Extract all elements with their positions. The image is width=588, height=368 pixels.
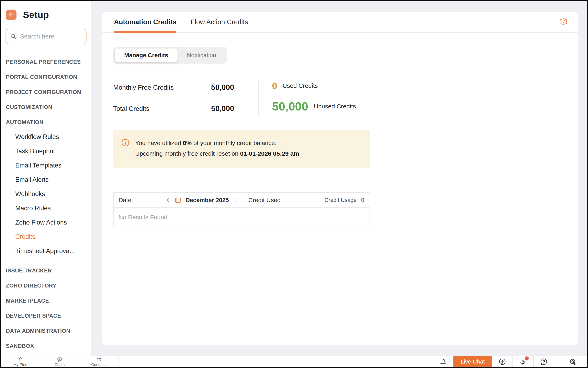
- banner-line-2: Upcoming monthly free credit reset on 01…: [135, 148, 299, 159]
- sidebar-section-automation[interactable]: AUTOMATION: [1, 115, 91, 130]
- sidebar-section-customization[interactable]: CUSTOMIZATION: [1, 100, 91, 115]
- notification-dot: [525, 356, 529, 360]
- help-button[interactable]: [534, 356, 554, 367]
- credits-stats: Monthly Free Credits 50,000 Total Credit…: [113, 80, 567, 116]
- utilized-percent: 0%: [183, 139, 192, 146]
- credit-used-column-header: Credit Used: [248, 197, 281, 203]
- empty-results-row: No Results Found: [113, 208, 370, 227]
- live-chat-button[interactable]: Live Chat: [454, 356, 492, 367]
- segment-notification[interactable]: Notification: [178, 48, 225, 62]
- accessibility-icon: [499, 358, 506, 365]
- bottom-bar-divider: [118, 356, 119, 367]
- sidebar-item-task-blueprint[interactable]: Task Blueprint: [1, 144, 91, 158]
- sidebar-section-portal-configuration[interactable]: PORTAL CONFIGURATION: [1, 69, 91, 84]
- tab-flow-action-credits[interactable]: Flow Action Credits: [191, 12, 248, 32]
- total-credits-row: Total Credits 50,000: [113, 101, 234, 116]
- sidebar-section-data-administration[interactable]: DATA ADMINISTRATION: [1, 323, 91, 339]
- support-button[interactable]: [433, 356, 454, 367]
- support-headset-icon: [440, 358, 447, 365]
- search-input[interactable]: [20, 33, 82, 40]
- sidebar-section-developer-space[interactable]: DEVELOPER SPACE: [1, 308, 91, 323]
- help-book-icon: [559, 18, 568, 26]
- arrow-left-icon: [8, 12, 14, 18]
- setup-nav: PERSONAL PREFERENCES PORTAL CONFIGURATIO…: [1, 55, 91, 357]
- accessibility-button[interactable]: [492, 356, 512, 367]
- stats-divider: [113, 98, 234, 98]
- info-icon: [121, 138, 129, 147]
- next-month-icon[interactable]: [233, 197, 238, 203]
- app-window: Setup PERSONAL PREFERENCES PORTAL CONFIG…: [0, 0, 588, 368]
- sidebar-section-zoho-directory[interactable]: ZOHO DIRECTORY: [1, 278, 91, 293]
- sidebar-item-email-templates[interactable]: Email Templates: [1, 158, 91, 173]
- used-credits-row: 0 Used Credits: [272, 80, 356, 91]
- contacts-icon: [96, 357, 102, 362]
- credit-usage-total: Credit Usage : 0: [325, 197, 364, 203]
- setup-sidebar: Setup PERSONAL PREFERENCES PORTAL CONFIG…: [1, 1, 91, 357]
- reset-datetime: 01-01-2026 05:29 am: [240, 150, 299, 157]
- monthly-free-credits-row: Monthly Free Credits 50,000: [113, 80, 234, 95]
- credits-content: Manage Credits Notification Monthly Free…: [102, 33, 579, 227]
- back-button[interactable]: [6, 9, 17, 20]
- banner-line-1: You have utilized 0% of your monthly cre…: [135, 138, 299, 148]
- sidebar-header: Setup: [1, 1, 91, 20]
- bottom-bar: My Pins Chats Contacts Live Chat: [1, 356, 587, 367]
- sidebar-section-sandbox[interactable]: SANDBOX: [1, 339, 91, 354]
- banner-text: You have utilized 0% of your monthly cre…: [135, 138, 299, 159]
- automation-submenu: Workflow Rules Task Blueprint Email Temp…: [1, 130, 91, 258]
- sidebar-section-issue-tracker[interactable]: ISSUE TRACKER: [1, 263, 91, 278]
- sidebar-section-marketplace[interactable]: MARKETPLACE: [1, 293, 91, 308]
- segment-manage-credits[interactable]: Manage Credits: [115, 48, 178, 62]
- contacts-label: Contacts: [91, 363, 107, 367]
- sidebar-item-macro-rules[interactable]: Macro Rules: [1, 201, 91, 215]
- stats-vertical-divider: [258, 81, 258, 116]
- page-title: Setup: [23, 9, 49, 20]
- credits-segmented-control: Manage Credits Notification: [113, 47, 227, 64]
- total-credits-label: Total Credits: [113, 105, 150, 112]
- quick-search-icon: [569, 358, 577, 365]
- previous-month-icon[interactable]: [165, 197, 170, 203]
- sidebar-item-webhooks[interactable]: Webhooks: [1, 187, 91, 201]
- total-credits-value: 50,000: [211, 104, 234, 113]
- used-credits-label: Used Credits: [283, 82, 318, 89]
- credits-panel: Automation Credits Flow Action Credits M…: [102, 12, 579, 345]
- sidebar-item-credits[interactable]: Credits: [1, 230, 91, 244]
- pin-icon: [18, 357, 23, 362]
- chats-button[interactable]: Chats: [40, 356, 79, 367]
- calendar-icon[interactable]: [175, 197, 181, 203]
- credit-used-header-cell: Credit Used Credit Usage : 0: [243, 193, 370, 207]
- unused-credits-value: 50,000: [272, 100, 308, 113]
- unused-credits-row: 50,000 Unused Credits: [272, 100, 356, 113]
- selected-month[interactable]: December 2025: [186, 197, 229, 203]
- monthly-free-credits-value: 50,000: [211, 83, 234, 92]
- date-header-cell: Date: [114, 193, 243, 207]
- my-pins-label: My Pins: [13, 363, 27, 367]
- monthly-free-credits-label: Monthly Free Credits: [113, 84, 174, 91]
- question-icon: [540, 358, 547, 365]
- credit-info-banner: You have utilized 0% of your monthly cre…: [113, 129, 370, 168]
- chats-label: Chats: [54, 363, 65, 367]
- quick-search-button[interactable]: [564, 356, 582, 367]
- tab-automation-credits[interactable]: Automation Credits: [114, 12, 176, 32]
- sidebar-item-zoho-flow-actions[interactable]: Zoho Flow Actions: [1, 215, 91, 230]
- search-box[interactable]: [6, 29, 87, 44]
- announcements-button[interactable]: [513, 356, 533, 367]
- credits-usage-summary: 0 Used Credits 50,000 Unused Credits: [272, 80, 356, 116]
- date-column-header: Date: [118, 197, 131, 203]
- no-results-text: No Results Found: [118, 214, 167, 221]
- search-icon: [10, 33, 17, 40]
- credits-tabbar: Automation Credits Flow Action Credits: [102, 12, 579, 33]
- sidebar-item-workflow-rules[interactable]: Workflow Rules: [1, 130, 91, 144]
- help-doc-button[interactable]: [559, 18, 568, 26]
- table-header: Date: [113, 192, 370, 208]
- contacts-button[interactable]: Contacts: [79, 356, 118, 367]
- unused-credits-label: Unused Credits: [314, 103, 356, 110]
- sidebar-item-timesheet-approval[interactable]: Timesheet Approva...: [1, 244, 91, 258]
- my-pins-button[interactable]: My Pins: [1, 356, 40, 367]
- sidebar-section-personal-preferences[interactable]: PERSONAL PREFERENCES: [1, 55, 91, 69]
- sidebar-section-project-configuration[interactable]: PROJECT CONFIGURATION: [1, 84, 91, 100]
- sidebar-item-email-alerts[interactable]: Email Alerts: [1, 173, 91, 187]
- chat-icon: [57, 357, 62, 362]
- credit-usage-table: Date: [113, 192, 370, 227]
- credits-stats-table: Monthly Free Credits 50,000 Total Credit…: [113, 80, 234, 116]
- used-credits-value: 0: [272, 80, 277, 91]
